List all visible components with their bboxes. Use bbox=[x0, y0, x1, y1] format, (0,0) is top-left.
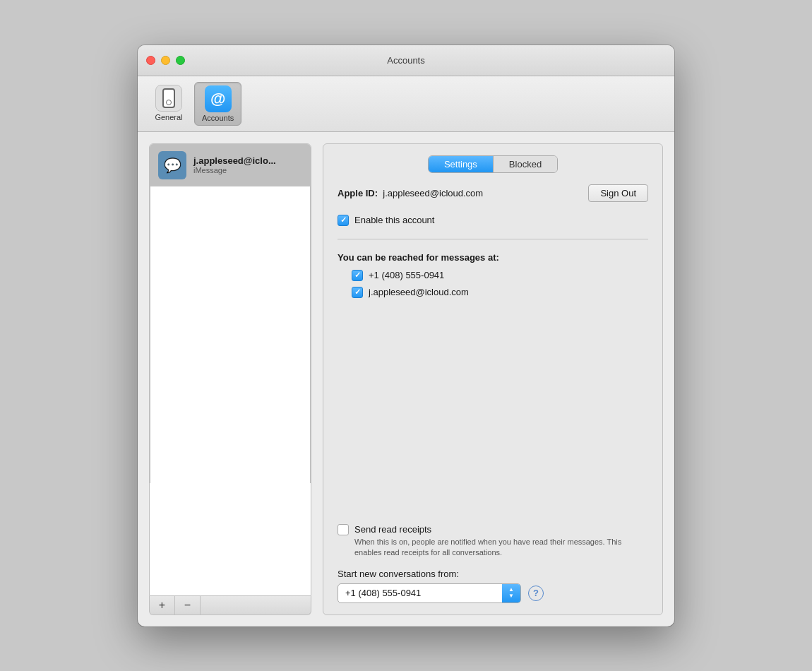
tab-bar: Settings Blocked bbox=[338, 155, 648, 173]
divider-1 bbox=[338, 239, 648, 239]
account-type: iMessage bbox=[193, 166, 276, 174]
start-convo-select[interactable]: +1 (408) 555-0941 ▲ ▼ bbox=[338, 583, 521, 603]
email-checkbox-row: ✓ j.appleseed@icloud.com bbox=[352, 287, 648, 298]
phone-checkmark-icon: ✓ bbox=[354, 271, 361, 280]
help-button[interactable]: ? bbox=[528, 586, 544, 601]
send-receipts-checkbox[interactable] bbox=[338, 524, 349, 535]
start-convo-section: Start new conversations from: +1 (408) 5… bbox=[338, 569, 648, 603]
enable-account-checkbox[interactable]: ✓ bbox=[338, 215, 349, 226]
general-tab-button[interactable]: General bbox=[146, 82, 191, 126]
title-bar: Accounts bbox=[138, 45, 674, 76]
select-row: +1 (408) 555-0941 ▲ ▼ ? bbox=[338, 583, 648, 603]
account-item[interactable]: 💬 j.appleseed@iclo... iMessage bbox=[150, 144, 311, 186]
arrow-up-icon: ▲ bbox=[508, 587, 514, 593]
enable-account-label: Enable this account bbox=[354, 215, 434, 225]
remove-account-button[interactable]: − bbox=[175, 596, 201, 614]
apple-id-text: Apple ID: j.appleseed@icloud.com bbox=[338, 188, 483, 198]
account-info: j.appleseed@iclo... iMessage bbox=[193, 155, 276, 174]
email-checkbox[interactable]: ✓ bbox=[352, 287, 363, 298]
checkmark-icon: ✓ bbox=[340, 215, 347, 225]
phone-checkbox[interactable]: ✓ bbox=[352, 270, 363, 281]
apple-id-label: Apple ID: bbox=[338, 188, 378, 198]
send-receipts-text: Send read receipts When this is on, peop… bbox=[354, 524, 648, 559]
at-icon: @ bbox=[210, 90, 225, 108]
bottom-section: Send read receipts When this is on, peop… bbox=[338, 517, 648, 603]
minimize-button[interactable] bbox=[161, 56, 170, 65]
main-content: 💬 j.appleseed@iclo... iMessage + − Se bbox=[138, 132, 674, 627]
add-account-button[interactable]: + bbox=[150, 596, 175, 614]
spacer bbox=[338, 298, 648, 517]
toolbar: General @ Accounts bbox=[138, 76, 674, 132]
account-avatar: 💬 bbox=[158, 151, 186, 179]
blocked-tab[interactable]: Blocked bbox=[494, 156, 557, 172]
sign-out-button[interactable]: Sign Out bbox=[588, 184, 648, 202]
reach-options: ✓ +1 (408) 555-0941 ✓ j.appleseed@icloud… bbox=[338, 270, 648, 298]
traffic-lights bbox=[146, 56, 185, 65]
window-title: Accounts bbox=[387, 55, 424, 66]
send-receipts-label: Send read receipts bbox=[354, 524, 648, 535]
accounts-tab-label: Accounts bbox=[202, 114, 234, 122]
tab-group: Settings Blocked bbox=[428, 155, 558, 173]
close-button[interactable] bbox=[146, 56, 155, 65]
email-label: j.appleseed@icloud.com bbox=[369, 287, 469, 297]
accounts-tab-button[interactable]: @ Accounts bbox=[194, 82, 241, 126]
iphone-icon bbox=[162, 88, 175, 108]
reach-section-title: You can be reached for messages at: bbox=[338, 252, 648, 263]
accounts-list: 💬 j.appleseed@iclo... iMessage bbox=[149, 143, 311, 596]
settings-tab[interactable]: Settings bbox=[429, 156, 494, 172]
send-receipts-row: Send read receipts When this is on, peop… bbox=[338, 524, 648, 559]
general-tab-label: General bbox=[155, 113, 182, 121]
accounts-list-empty bbox=[150, 186, 311, 483]
general-icon bbox=[155, 85, 182, 112]
enable-account-row: ✓ Enable this account bbox=[338, 215, 648, 226]
left-panel: 💬 j.appleseed@iclo... iMessage + − bbox=[149, 143, 311, 615]
right-panel: Settings Blocked Apple ID: j.appleseed@i… bbox=[323, 143, 663, 615]
apple-id-value: j.appleseed@icloud.com bbox=[383, 188, 483, 198]
accounts-icon-circle: @ bbox=[205, 85, 232, 112]
maximize-button[interactable] bbox=[176, 56, 185, 65]
list-toolbar: + − bbox=[149, 596, 311, 615]
main-window: Accounts General @ Accounts 💬 bbox=[138, 45, 674, 627]
phone-number-label: +1 (408) 555-0941 bbox=[369, 270, 444, 280]
chat-bubble-icon: 💬 bbox=[164, 157, 181, 174]
start-convo-label: Start new conversations from: bbox=[338, 569, 648, 579]
start-convo-value: +1 (408) 555-0941 bbox=[338, 585, 502, 601]
email-checkmark-icon: ✓ bbox=[354, 287, 361, 297]
settings-content: Apple ID: j.appleseed@icloud.com Sign Ou… bbox=[338, 184, 648, 298]
apple-id-row: Apple ID: j.appleseed@icloud.com Sign Ou… bbox=[338, 184, 648, 202]
arrow-down-icon: ▼ bbox=[508, 593, 514, 599]
account-name: j.appleseed@iclo... bbox=[193, 155, 276, 166]
select-arrows-icon[interactable]: ▲ ▼ bbox=[502, 584, 520, 602]
phone-checkbox-row: ✓ +1 (408) 555-0941 bbox=[352, 270, 648, 281]
send-receipts-desc: When this is on, people are notified whe… bbox=[354, 537, 648, 559]
reach-section: You can be reached for messages at: ✓ +1… bbox=[338, 252, 648, 298]
